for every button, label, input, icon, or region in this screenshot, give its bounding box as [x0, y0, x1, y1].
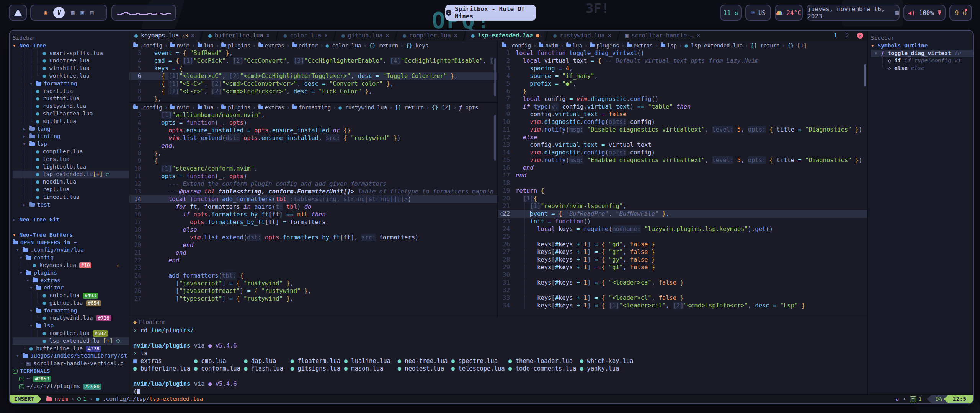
code-line[interactable]: 23 │ init = function(): [498, 218, 867, 225]
code-line[interactable]: 5 opts.ensure_installed = opts.ensure_in…: [129, 127, 497, 134]
now-playing-widget[interactable]: ≡ Spiritbox - Rule Of Nines: [445, 5, 536, 21]
outline-row[interactable]: │ ◇ if if type(config.vi: [871, 57, 973, 65]
tree-row[interactable]: ▾ lsp: [13, 140, 129, 148]
scrollbar[interactable]: [494, 115, 496, 161]
tree-row[interactable]: ▾ lsp: [13, 322, 129, 330]
code-line[interactable]: 18 else: [129, 226, 497, 234]
tree-row[interactable]: ▾ extras: [13, 277, 129, 285]
code-line[interactable]: 7 local config = vim.diagnostic.config(): [498, 95, 867, 103]
tree-row[interactable]: ▾ editor: [13, 284, 129, 292]
code-line[interactable]: 24 add_formatters(tbl: {: [129, 272, 497, 280]
code-line[interactable]: 17 opts.formatters_by_ft[ft] = formatter…: [129, 218, 497, 226]
tab-rustywind.lua[interactable]: ●rustywind.lua×: [548, 31, 616, 41]
scrollbar[interactable]: [864, 64, 866, 86]
code-line[interactable]: 3 [1]"williamboman/mason.nvim",: [129, 111, 497, 119]
tree-row[interactable]: │ │ ● compiler.lua: [13, 148, 129, 156]
tree-row[interactable]: │ │ ● compiler.lua#682: [13, 330, 129, 337]
code-line[interactable]: 29 │ keys[#keys + 1] = { "gI", false }: [498, 263, 867, 271]
volume-widget[interactable]: ◀) 100% Ψ: [903, 5, 946, 21]
code-line[interactable]: 20 end: [129, 241, 497, 249]
tab-compiler.lua[interactable]: ●compiler.lua×: [398, 31, 462, 41]
tree-row[interactable]: ▸ test: [13, 201, 129, 209]
code-line[interactable]: 12 --- Extend the conform plugin config …: [129, 180, 497, 188]
tree-row[interactable]: │ └ ● sqlfmt.lua: [13, 118, 129, 125]
tree-row[interactable]: └ scrollbar-handle-vertical.p: [13, 360, 129, 367]
updates-widget[interactable]: 11 ↻: [720, 5, 742, 21]
tree-row[interactable]: │ │ ● repl.lua: [13, 186, 129, 193]
close-tab-icon[interactable]: ×: [266, 32, 270, 39]
code-line[interactable]: 7 { [1]"<S-C>", [2]"<cmd>CccConvert<cr>"…: [129, 80, 497, 88]
code-line[interactable]: 28 │ keys[#keys + 1] = { "gy", false }: [498, 256, 867, 263]
code-line[interactable]: 3 spacing = 4,: [498, 65, 867, 72]
close-tab-icon[interactable]: ×: [454, 32, 457, 39]
code-line[interactable]: 6 vim.list_extend(dst: opts.ensure_insta…: [129, 134, 497, 142]
tree-row[interactable]: │ └ ● timeout.lua: [13, 193, 129, 201]
tree-row[interactable]: [13, 224, 129, 231]
tab-bufferline.lua[interactable]: ●bufferline.lua×: [203, 31, 275, 41]
code-line[interactable]: 4 source = "if_many",: [498, 72, 867, 80]
code-line[interactable]: 12 else: [498, 133, 867, 141]
code-line[interactable]: 33 │ keys[#keys + 1] = { "<leader>cl", f…: [498, 294, 867, 302]
tree-row[interactable]: ▸ linting: [13, 133, 129, 140]
code-line[interactable]: 21 │ [1]"neovim/nvim-lspconfig",: [498, 202, 867, 210]
code-line[interactable]: 13 ---@param tbl table<string, conform.F…: [129, 188, 497, 195]
code-line[interactable]: 4 cmd = { [1]"CccPick", [2]"CccConvert",…: [129, 57, 497, 65]
tree-row[interactable]: ▾ Neo-Tree: [13, 42, 129, 50]
code-line[interactable]: 5 keys = {: [129, 65, 497, 72]
code-line[interactable]: 15 for ft, formatters in pairs(t: tbl) d…: [129, 203, 497, 211]
code-line[interactable]: 15 vim.notify(msg: "Enabled diagnostics …: [498, 156, 867, 164]
tree-row[interactable]: [13, 208, 129, 216]
outline-row[interactable]: └ ◇ else else: [871, 65, 973, 72]
tab-page-1[interactable]: 1: [830, 31, 841, 41]
close-tab-icon[interactable]: ×: [191, 32, 194, 39]
notifications-widget[interactable]: 9 Ω: [949, 5, 972, 21]
code-line[interactable]: 9 config.virtual_text = false: [498, 111, 867, 118]
tab-scrollbar-handle-[interactable]: ▣scrollbar-handle-…×: [620, 31, 706, 41]
tree-row[interactable]: ▾ formatting: [13, 307, 129, 315]
tree-row[interactable]: ▸ Neo-Tree Git: [13, 216, 129, 224]
tree-row[interactable]: Sidebar: [13, 34, 129, 42]
weather-widget[interactable]: 24°C: [775, 5, 803, 21]
outline-row[interactable]: Sidebar: [871, 34, 973, 42]
code-line[interactable]: 22 end: [129, 257, 497, 264]
clock-widget[interactable]: jueves, noviembre 16, 2023 ▦: [807, 5, 900, 21]
code-line[interactable]: 26 ["javascriptreact"] = { "rustywind" }…: [129, 287, 497, 295]
code-line[interactable]: 8 },: [129, 150, 497, 157]
close-tab-icon[interactable]: ×: [324, 32, 328, 39]
tree-row[interactable]: │ │ │ ● undotree.lua: [13, 57, 129, 65]
code-line[interactable]: 6 { [1]"<leader>uC", [2]"<cmd>CccHighlig…: [129, 72, 497, 80]
outline-row[interactable]: ▾ Symbols Outline: [871, 42, 973, 50]
tab-keymaps.lua[interactable]: ●keymaps.lua⚠3×: [129, 31, 199, 41]
pane-lsp-extended-lua[interactable]: .config›nvim›lua›plugins›extras›lsp›● ls…: [498, 41, 867, 317]
tree-row[interactable]: │ │ ● rustfmt.lua: [13, 95, 129, 102]
tree-row[interactable]: ▸ lang: [13, 125, 129, 133]
code-line[interactable]: 19return {: [498, 187, 867, 195]
code-line[interactable]: 13 config.virtual_text = virtual_text: [498, 141, 867, 149]
code-line[interactable]: 6 }: [498, 88, 867, 95]
tree-row[interactable]: ▾ .config/nvim/lua: [13, 246, 129, 254]
code-line[interactable]: 27 │ keys[#keys + 1] = { "gr", false }: [498, 248, 867, 256]
tree-row[interactable]: │ │ ● isort.lua: [13, 88, 129, 95]
code-line[interactable]: 19 vim.list_extend(dst: opts.formatters_…: [129, 234, 497, 241]
code-line[interactable]: 11 opts = function(_, opts): [129, 172, 497, 180]
code-line[interactable]: 2 local virtual_text = { -- Default virt…: [498, 57, 867, 65]
tab-page-2[interactable]: 2: [841, 31, 853, 41]
tree-row[interactable]: │ │ ● shellharden.lua: [13, 110, 129, 118]
code-line[interactable]: 31 │ keys[#keys + 1] = { "<leader>ca", f…: [498, 279, 867, 286]
launcher-button[interactable]: [9, 5, 27, 21]
tree-row[interactable]: ~/.c/n/l/plugins#3980: [13, 383, 129, 390]
code-line[interactable]: 8 if type(v: config.virtual_text) == "ta…: [498, 103, 867, 111]
code-line[interactable]: 9 {: [129, 157, 497, 165]
code-line[interactable]: 16 if opts.formatters_by_ft[ft] == nil t…: [129, 211, 497, 218]
code-line[interactable]: 25 ["javascript"] = { "rustywind" },: [129, 280, 497, 287]
tree-row[interactable]: │ │ │ ● winshift.lua: [13, 65, 129, 72]
tree-row[interactable]: ▾ Juegos/Indies/SteamLibrary/st: [13, 352, 129, 360]
tree-row[interactable]: │ │ ● lightbulb.lua: [13, 163, 129, 171]
close-tab-icon[interactable]: ×: [385, 32, 389, 39]
code-line[interactable]: 4 opts = function(_, opts): [129, 119, 497, 127]
tree-row[interactable]: │ └ ● rustywind.lua#726: [13, 314, 129, 322]
code-line[interactable]: 10 vim.diagnostic.config(opts: config): [498, 118, 867, 126]
tree-row[interactable]: ▾ Neo-Tree Buffers: [13, 231, 129, 239]
code-line[interactable]: 24 │ local keys = require(modname: "lazy…: [498, 225, 867, 233]
tree-row[interactable]: │ │ └ ● worktree.lua: [13, 72, 129, 80]
